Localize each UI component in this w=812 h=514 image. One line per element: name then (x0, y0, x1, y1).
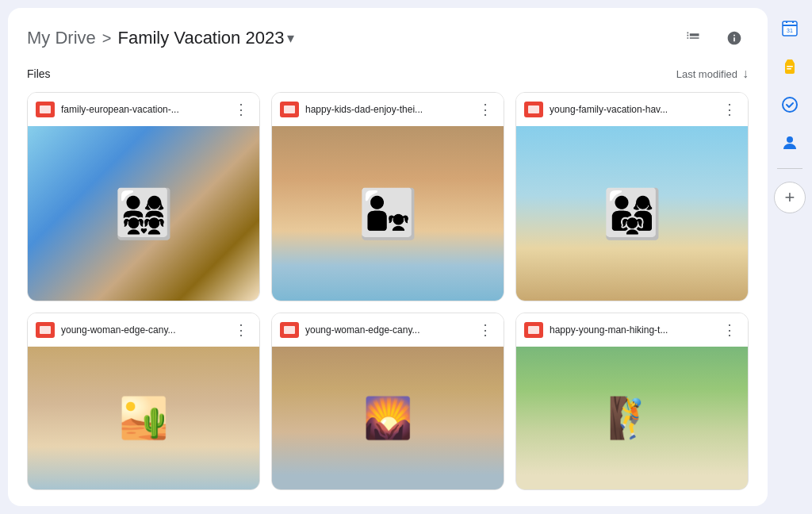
header-actions (679, 24, 749, 52)
file-card-1[interactable]: happy-kids-dad-enjoy-thei... ⋮ (271, 92, 504, 301)
file-more-button-2[interactable]: ⋮ (719, 99, 740, 120)
file-image-5 (516, 347, 748, 489)
file-card-2[interactable]: young-family-vacation-hav... ⋮ (515, 92, 749, 301)
files-label: Files (27, 67, 51, 80)
file-name-5: happy-young-man-hiking-t... (550, 324, 668, 336)
svg-text:31: 31 (787, 28, 793, 33)
breadcrumb-separator: > (102, 29, 112, 48)
google-contacts-button[interactable] (774, 127, 806, 159)
file-type-icon-4 (280, 322, 299, 338)
breadcrumb-root[interactable]: My Drive (27, 28, 96, 48)
breadcrumb-current: Family Vacation 2023 ▾ (117, 28, 294, 48)
file-more-button-0[interactable]: ⋮ (231, 99, 251, 120)
add-icon: + (785, 187, 795, 208)
file-title-group-2: young-family-vacation-hav... (524, 102, 668, 117)
file-card-0[interactable]: family-european-vacation-... ⋮ (27, 92, 260, 301)
chevron-down-icon[interactable]: ▾ (287, 29, 294, 47)
file-title-group-1: happy-kids-dad-enjoy-thei... (280, 102, 423, 117)
file-card-header-3: young-woman-edge-cany... ⋮ (28, 313, 259, 347)
right-sidebar: 31 + (768, 0, 812, 514)
svg-rect-5 (787, 66, 793, 67)
file-type-icon-1 (280, 102, 299, 117)
file-name-2: young-family-vacation-hav... (550, 104, 668, 115)
file-image-1 (272, 126, 504, 301)
svg-point-7 (783, 98, 797, 112)
file-more-button-1[interactable]: ⋮ (475, 99, 496, 120)
svg-rect-1 (783, 25, 797, 26)
file-image-3 (28, 347, 259, 489)
sidebar-divider (777, 168, 802, 169)
google-keep-button[interactable] (774, 51, 806, 82)
file-name-0: family-european-vacation-... (61, 104, 179, 115)
file-image-4 (272, 347, 504, 489)
info-button[interactable] (720, 24, 749, 52)
file-image-0 (28, 126, 259, 301)
svg-rect-6 (787, 68, 791, 70)
file-title-group-4: young-woman-edge-cany... (280, 322, 420, 338)
breadcrumb-current-label: Family Vacation 2023 (117, 28, 284, 48)
file-type-icon-5 (524, 322, 543, 338)
file-card-header-1: happy-kids-dad-enjoy-thei... ⋮ (272, 93, 504, 126)
file-name-4: young-woman-edge-cany... (305, 324, 420, 336)
file-card-5[interactable]: happy-young-man-hiking-t... ⋮ (515, 313, 749, 490)
file-more-button-5[interactable]: ⋮ (719, 320, 740, 340)
file-name-3: young-woman-edge-cany... (61, 324, 176, 336)
files-bar: Files Last modified ↓ (27, 67, 749, 81)
svg-point-8 (787, 136, 793, 143)
google-tasks-button[interactable] (774, 89, 806, 121)
files-grid: family-european-vacation-... ⋮ happy-kid… (27, 92, 749, 490)
list-view-button[interactable] (679, 24, 707, 52)
sort-label: Last modified (676, 68, 737, 80)
file-type-icon-0 (36, 102, 55, 117)
file-type-icon-2 (524, 102, 543, 117)
sort-arrow-icon: ↓ (742, 67, 749, 81)
file-type-icon-3 (36, 322, 55, 338)
file-title-group-0: family-european-vacation-... (36, 102, 179, 117)
file-card-header-2: young-family-vacation-hav... ⋮ (516, 93, 748, 126)
add-apps-button[interactable]: + (774, 182, 806, 213)
file-card-3[interactable]: young-woman-edge-cany... ⋮ (27, 313, 260, 490)
sort-button[interactable]: Last modified ↓ (676, 67, 749, 81)
file-title-group-3: young-woman-edge-cany... (36, 322, 176, 338)
file-more-button-4[interactable]: ⋮ (475, 320, 496, 340)
file-card-4[interactable]: young-woman-edge-cany... ⋮ (271, 313, 504, 490)
file-more-button-3[interactable]: ⋮ (231, 320, 251, 340)
file-title-group-5: happy-young-man-hiking-t... (524, 322, 668, 338)
file-card-header-4: young-woman-edge-cany... ⋮ (272, 313, 504, 347)
file-card-header-0: family-european-vacation-... ⋮ (28, 93, 259, 126)
main-content: My Drive > Family Vacation 2023 ▾ Files … (8, 8, 768, 506)
breadcrumb: My Drive > Family Vacation 2023 ▾ (27, 28, 294, 48)
file-card-header-5: happy-young-man-hiking-t... ⋮ (516, 313, 748, 347)
file-image-2 (516, 126, 748, 301)
header: My Drive > Family Vacation 2023 ▾ (27, 24, 749, 52)
google-calendar-button[interactable]: 31 (774, 13, 806, 44)
file-name-1: happy-kids-dad-enjoy-thei... (305, 104, 423, 115)
